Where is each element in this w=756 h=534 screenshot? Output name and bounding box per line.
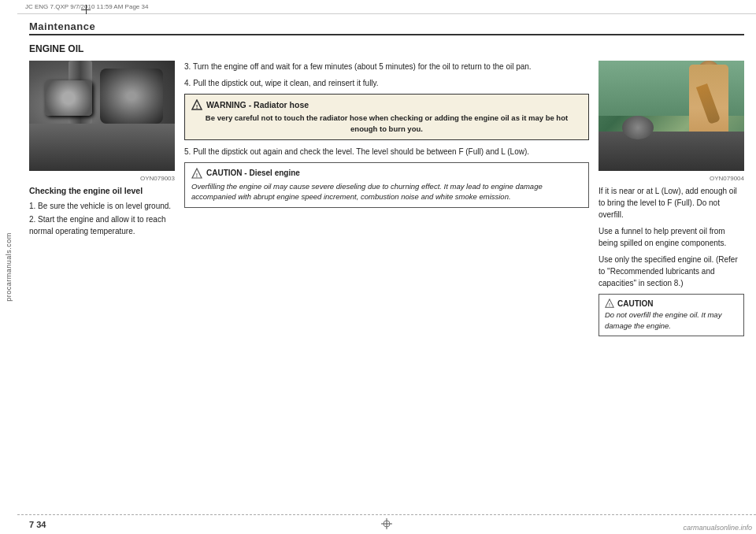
svg-text:!: !	[609, 302, 610, 307]
col-mid: 3. Turn the engine off and wait for a fe…	[184, 61, 589, 336]
caution-diesel-header: ! CAUTION - Diesel engine	[191, 168, 582, 179]
right-text1: If it is near or at L (Low), add enough …	[598, 185, 744, 221]
oil-image	[598, 61, 744, 171]
right-text1-content: If it is near or at L (Low), add enough …	[598, 187, 737, 219]
small-caution-box: ! CAUTION Do not overfill the engine oil…	[598, 294, 744, 336]
step5-text: 5. Pull the dipstick out again and check…	[184, 146, 589, 158]
engine-body	[29, 124, 175, 171]
check-title: Checking the engine oil level	[29, 185, 175, 198]
warning-text: Be very careful not to touch the radiato…	[191, 113, 582, 135]
footer-page: 7 34	[29, 520, 46, 529]
col-right: OYN079004 If it is near or at L (Low), a…	[598, 61, 744, 336]
section-title: Maintenance	[29, 20, 95, 32]
right-text3-content: Use only the specified engine oil. (Refe…	[598, 255, 738, 287]
step3-label: 3.	[184, 62, 193, 71]
col-left-text: Checking the engine oil level 1. Be sure…	[29, 185, 175, 237]
small-caution-title: CAUTION	[617, 299, 654, 308]
right-image-caption: OYN079004	[598, 175, 744, 182]
warning-title: WARNING - Radiator hose	[206, 100, 309, 109]
engine-cap	[45, 80, 92, 116]
svg-text:!: !	[196, 103, 198, 110]
three-col-layout: OYN079003 Checking the engine oil level …	[29, 61, 744, 336]
section-header: Maintenance	[29, 20, 744, 35]
step5-label: 5.	[184, 147, 193, 156]
step3-text: 3. Turn the engine off and wait for a fe…	[184, 61, 589, 72]
oil-image-inner	[598, 61, 744, 171]
right-text2: Use a funnel to help prevent oil from be…	[598, 225, 744, 249]
left-sidebar: procarmanuals.com	[0, 0, 17, 534]
warning-box: ! WARNING - Radiator hose Be very carefu…	[184, 94, 589, 140]
step4-label: 4.	[184, 79, 193, 87]
small-caution-header: ! CAUTION	[605, 299, 738, 308]
step2-content: 2. Start the engine and allow it to reac…	[29, 215, 165, 235]
warning-triangle-icon: !	[191, 99, 202, 110]
step2-text: 2. Start the engine and allow it to reac…	[29, 213, 175, 237]
engine-image	[29, 61, 175, 171]
top-header: JC ENG 7.QXP 9/7/2010 11:59 AM Page 34	[17, 0, 756, 14]
footer: 7 34	[17, 514, 756, 534]
engine-highlight	[100, 69, 163, 124]
caution-diesel-box: ! CAUTION - Diesel engine Overfilling th…	[184, 162, 589, 209]
step5-content: Pull the dipstick out again and check th…	[193, 147, 529, 156]
caution-triangle-icon: !	[191, 168, 202, 179]
warning-header: ! WARNING - Radiator hose	[191, 99, 582, 110]
left-image-caption: OYN079003	[29, 175, 175, 182]
footer-cross	[381, 518, 392, 531]
small-caution-triangle-icon: !	[605, 299, 614, 308]
caution-diesel-title: CAUTION - Diesel engine	[206, 169, 300, 177]
step3-content: Turn the engine off and wait for a few m…	[193, 62, 532, 71]
engine-filler	[622, 116, 654, 139]
step4-content: Pull the dipstick out, wipe it clean, an…	[193, 79, 378, 87]
step1-text: 1. Be sure the vehicle is on level groun…	[29, 200, 175, 212]
sidebar-watermark: procarmanuals.com	[5, 232, 13, 302]
svg-text:!: !	[196, 172, 198, 178]
col-left: OYN079003 Checking the engine oil level …	[29, 61, 175, 336]
step4-text: 4. Pull the dipstick out, wipe it clean,…	[184, 77, 589, 89]
registration-cross	[81, 5, 91, 14]
right-text3: Use only the specified engine oil. (Refe…	[598, 254, 744, 289]
bottom-watermark: carmanualsonline.info	[683, 524, 752, 532]
main-content: Maintenance ENGINE OIL OYN079003 Checkin…	[17, 14, 756, 514]
oil-engine-top	[598, 132, 744, 171]
right-text2-content: Use a funnel to help prevent oil from be…	[598, 227, 726, 247]
small-caution-text: Do not overfill the engine oil. It may d…	[605, 310, 738, 332]
engine-oil-heading: ENGINE OIL	[29, 43, 744, 54]
engine-image-inner	[29, 61, 175, 171]
caution-diesel-text: Overfilling the engine oil may cause sev…	[191, 181, 582, 203]
